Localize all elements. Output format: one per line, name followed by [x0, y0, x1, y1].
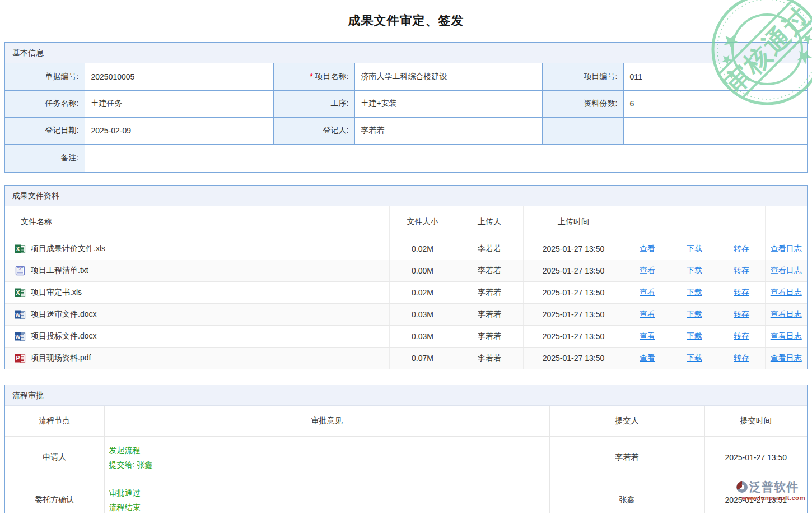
approval-row: 委托方确认 审批通过 流程结束 张鑫 2025-01-27 13:51	[5, 479, 807, 513]
doc-no-label: 单据编号:	[5, 63, 85, 90]
col-file-size: 文件大小	[389, 206, 456, 238]
result-files-section: 成果文件资料 文件名称 文件大小 上传人 上传时间 X 项目成果计价文件.xls…	[4, 185, 808, 369]
svg-text:W: W	[16, 312, 21, 318]
transfer-link[interactable]: 转存	[734, 266, 749, 275]
col-submitter: 提交人	[549, 406, 704, 436]
word-file-icon: W	[15, 309, 26, 320]
file-upload-time: 2025-01-27 13:50	[523, 325, 624, 347]
transfer-link[interactable]: 转存	[734, 244, 749, 253]
opinion-line: 流程结束	[109, 500, 549, 513]
registrant-label: 登记人:	[273, 117, 354, 144]
copies-value: 6	[623, 90, 807, 117]
view-log-link[interactable]: 查看日志	[771, 288, 802, 297]
transfer-link[interactable]: 转存	[734, 288, 749, 297]
file-uploader: 李若若	[456, 238, 523, 260]
view-link[interactable]: 查看	[640, 288, 655, 297]
col-approval-opinion: 审批意见	[104, 406, 549, 436]
view-log-link[interactable]: 查看日志	[771, 244, 802, 253]
basic-info-section: 基本信息 单据编号: 2025010005 *项目名称: 济南大学工科综合楼建设…	[4, 42, 808, 173]
download-link[interactable]: 下载	[687, 309, 702, 318]
download-link[interactable]: 下载	[687, 353, 702, 362]
approval-flow-section-title: 流程审批	[5, 385, 807, 406]
flow-node: 委托方确认	[5, 479, 104, 513]
svg-text:W: W	[16, 334, 21, 340]
result-files-section-title: 成果文件资料	[5, 186, 807, 206]
col-action-view	[624, 206, 671, 238]
svg-text:X: X	[16, 289, 20, 296]
svg-text:P: P	[16, 355, 20, 362]
copies-label: 资料份数:	[542, 90, 623, 117]
col-uploader: 上传人	[456, 206, 523, 238]
empty-label-cell	[542, 117, 623, 144]
basic-info-section-title: 基本信息	[5, 43, 807, 63]
required-asterisk: *	[310, 72, 312, 81]
txt-file-icon: TXT	[15, 265, 26, 276]
file-name: 项目成果计价文件.xls	[31, 244, 105, 254]
view-log-link[interactable]: 查看日志	[771, 331, 802, 340]
view-link[interactable]: 查看	[640, 266, 655, 275]
file-name: 项目投标文件.docx	[31, 331, 96, 341]
view-log-link[interactable]: 查看日志	[771, 309, 802, 318]
transfer-link[interactable]: 转存	[734, 309, 749, 318]
flow-node: 申请人	[5, 436, 104, 479]
table-row: 登记日期: 2025-02-09 登记人: 李若若	[5, 117, 807, 144]
pdf-file-icon: P	[15, 353, 26, 364]
view-link[interactable]: 查看	[640, 309, 655, 318]
file-uploader: 李若若	[456, 347, 523, 369]
file-row: W 项目送审文件.docx 0.03M 李若若 2025-01-27 13:50…	[5, 303, 807, 325]
project-no-label: 项目编号:	[542, 63, 623, 90]
file-row: P 项目现场资料.pdf 0.07M 李若若 2025-01-27 13:50 …	[5, 347, 807, 369]
file-row: W 项目投标文件.docx 0.03M 李若若 2025-01-27 13:50…	[5, 325, 807, 347]
file-name: 项目工程清单.txt	[31, 266, 88, 276]
file-size: 0.02M	[389, 238, 456, 260]
opinion-line: 提交给: 张鑫	[109, 457, 549, 472]
file-name: 项目现场资料.pdf	[31, 353, 91, 363]
file-upload-time: 2025-01-27 13:50	[523, 238, 624, 260]
transfer-link[interactable]: 转存	[734, 353, 749, 362]
table-header-row: 文件名称 文件大小 上传人 上传时间	[5, 206, 807, 238]
vendor-watermark: 泛普软件 www.fanpusoft.com	[736, 479, 811, 501]
download-link[interactable]: 下载	[687, 331, 702, 340]
col-action-transfer	[718, 206, 765, 238]
download-link[interactable]: 下载	[687, 244, 702, 253]
table-row: 备注:	[5, 144, 807, 172]
file-size: 0.07M	[389, 347, 456, 369]
file-uploader: 李若若	[456, 303, 523, 325]
file-size: 0.03M	[389, 325, 456, 347]
file-uploader: 李若若	[456, 260, 523, 281]
reg-date-label: 登记日期:	[5, 117, 85, 144]
svg-text:TXT: TXT	[17, 267, 24, 270]
file-upload-time: 2025-01-27 13:50	[523, 260, 624, 281]
task-name-value: 土建任务	[85, 90, 273, 117]
remark-value	[85, 144, 807, 172]
download-link[interactable]: 下载	[687, 266, 702, 275]
view-link[interactable]: 查看	[640, 353, 655, 362]
opinion-line: 发起流程	[109, 443, 549, 457]
file-uploader: 李若若	[456, 325, 523, 347]
transfer-link[interactable]: 转存	[734, 331, 749, 340]
word-file-icon: W	[15, 331, 26, 342]
col-file-name: 文件名称	[5, 206, 389, 238]
remark-label: 备注:	[5, 144, 85, 172]
col-action-log	[765, 206, 807, 238]
task-name-label: 任务名称:	[5, 90, 85, 117]
approval-flow-section: 流程审批 流程节点 审批意见 提交人 提交时间 申请人 发起流程 提交给: 张鑫…	[4, 385, 808, 513]
vendor-name: 泛普软件	[749, 479, 799, 495]
view-link[interactable]: 查看	[640, 244, 655, 253]
project-name-label: *项目名称:	[273, 63, 354, 90]
process-label: 工序:	[273, 90, 354, 117]
reg-date-value: 2025-02-09	[85, 117, 273, 144]
view-link[interactable]: 查看	[640, 331, 655, 340]
file-row: X 项目成果计价文件.xls 0.02M 李若若 2025-01-27 13:5…	[5, 238, 807, 260]
excel-file-icon: X	[15, 287, 26, 298]
download-link[interactable]: 下载	[687, 288, 702, 297]
file-row: X 项目审定书.xls 0.02M 李若若 2025-01-27 13:50 查…	[5, 281, 807, 303]
excel-file-icon: X	[15, 243, 26, 254]
col-submit-time: 提交时间	[704, 406, 807, 436]
approval-opinion: 审批通过 流程结束	[104, 479, 549, 513]
col-flow-node: 流程节点	[5, 406, 104, 436]
view-log-link[interactable]: 查看日志	[771, 353, 802, 362]
view-log-link[interactable]: 查看日志	[771, 266, 802, 275]
opinion-line: 审批通过	[109, 485, 549, 500]
file-upload-time: 2025-01-27 13:50	[523, 347, 624, 369]
